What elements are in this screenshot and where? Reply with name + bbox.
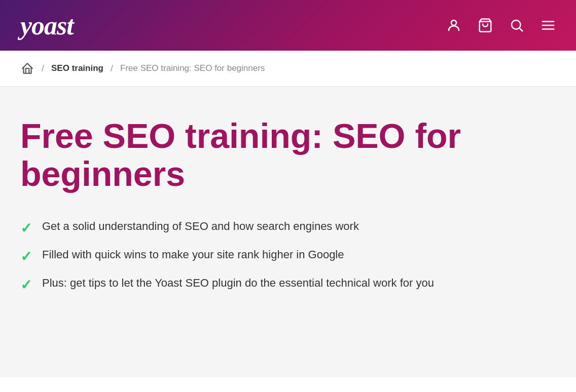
breadcrumb: / SEO training / Free SEO training: SEO … — [0, 51, 576, 87]
svg-point-0 — [451, 20, 456, 25]
list-item: ✓ Get a solid understanding of SEO and h… — [20, 218, 556, 238]
checkmark-icon: ✓ — [20, 276, 32, 294]
breadcrumb-sep-1: / — [42, 63, 44, 74]
site-header: yoast — [0, 0, 576, 51]
breadcrumb-sep-2: / — [111, 63, 113, 74]
menu-icon[interactable] — [541, 18, 556, 33]
features-list: ✓ Get a solid understanding of SEO and h… — [20, 218, 556, 295]
home-icon — [20, 62, 34, 75]
list-item: ✓ Filled with quick wins to make your si… — [20, 247, 556, 266]
search-icon[interactable] — [509, 18, 524, 33]
breadcrumb-seo-training-link[interactable]: SEO training — [51, 63, 103, 73]
cart-icon[interactable] — [478, 18, 493, 33]
feature-text: Get a solid understanding of SEO and how… — [42, 218, 359, 234]
user-icon[interactable] — [446, 18, 461, 33]
list-item: ✓ Plus: get tips to let the Yoast SEO pl… — [20, 275, 556, 294]
checkmark-icon: ✓ — [20, 219, 32, 238]
main-content: Free SEO training: SEO for beginners ✓ G… — [0, 87, 576, 377]
feature-text: Plus: get tips to let the Yoast SEO plug… — [42, 275, 434, 291]
breadcrumb-home-link[interactable] — [20, 62, 34, 75]
page-title: Free SEO training: SEO for beginners — [20, 117, 477, 193]
checkmark-icon: ✓ — [20, 248, 32, 266]
svg-point-2 — [512, 20, 521, 29]
feature-text: Filled with quick wins to make your site… — [42, 247, 344, 263]
svg-line-3 — [520, 28, 522, 31]
breadcrumb-current-page: Free SEO training: SEO for beginners — [120, 63, 265, 73]
yoast-logo[interactable]: yoast — [20, 11, 74, 41]
header-nav — [446, 18, 556, 33]
